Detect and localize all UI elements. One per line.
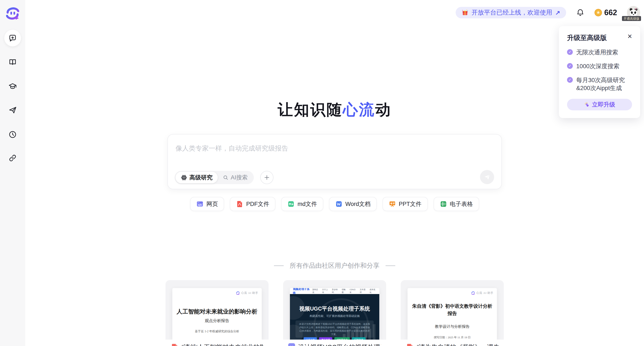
mode-ai-label: AI搜索 [231, 174, 248, 181]
chip-label: PDF文件 [246, 200, 269, 208]
banner-text: 开放平台已经上线，欢迎使用 [472, 8, 552, 17]
sidebar-item-library[interactable] [4, 54, 21, 70]
card-caption: “请就‘人工智能对未来就业的影响’讨... [182, 343, 264, 346]
chip-label: Word文档 [345, 200, 370, 208]
new-chat-icon [8, 34, 17, 42]
chip-markdown[interactable]: md文件 [281, 197, 323, 211]
nav-link: 缩略图 [342, 288, 348, 294]
preview-brand-label: 心流 AI 助手 [476, 291, 494, 295]
avatar-upgrade-badge[interactable]: 开通高级版 [622, 16, 641, 21]
chip-ppt[interactable]: PPT文件 [382, 197, 428, 211]
benefit-text: 1000次深度搜索 [576, 62, 620, 70]
hero-subtitle: 构建高性能、可扩展的视频处理基础设施 [290, 314, 379, 318]
sidebar-item-history[interactable] [4, 126, 21, 143]
search-card: 高级研究 AI搜索 [168, 134, 502, 189]
send-plane-icon [484, 174, 490, 180]
card-caption: 设计视频UGC平台的视频处理子系... [298, 343, 381, 346]
check-icon: ✓ [567, 49, 573, 55]
doc-date: 撰写日期：2025 年 11 月 19 日 [408, 336, 497, 339]
send-button[interactable] [480, 170, 494, 184]
mode-advanced-label: 高级研究 [190, 174, 212, 181]
upgrade-cta-label: 立即升级 [592, 101, 615, 108]
divider-line [274, 266, 284, 266]
sidebar [0, 0, 25, 346]
chip-label: PPT文件 [399, 200, 422, 208]
add-attachment-button[interactable] [260, 171, 274, 184]
gallery-card-beiying-teaching[interactable]: 心流 AI 助手 朱自清《背影》初中语文教学设计分析报告 教学设计与分析报告 撰… [401, 280, 504, 346]
chip-word[interactable]: Word文档 [329, 197, 377, 211]
search-input[interactable] [168, 134, 502, 166]
preview-brand-label: 心流 AI 助手 [241, 291, 258, 295]
check-icon: ✓ [567, 63, 573, 69]
preview-nav-links: 架构总览 分片上传 异步转码 缩略图 CDN分发 文件清理 成本优化 [312, 288, 377, 294]
title-part-highlight: 心流 [343, 101, 375, 118]
divider-text: 所有作品由社区用户创作和分享 [290, 261, 380, 270]
nav-link: CDN分发 [350, 288, 358, 294]
card-caption-strip: “请为朱自清的《背影》一课生成... [401, 340, 504, 346]
mode-ai-search[interactable]: AI搜索 [218, 172, 253, 183]
xinliu-mini-logo-icon [236, 291, 240, 295]
nav-link: 分片上传 [322, 288, 330, 294]
hero-button: 异步处理 [319, 337, 332, 340]
gift-icon [462, 9, 468, 16]
mode-segmented-control: 高级研究 AI搜索 [175, 171, 254, 184]
benefit-item: ✓ 1000次深度搜索 [567, 62, 632, 70]
sidebar-item-learning[interactable] [4, 78, 21, 94]
chip-spreadsheet[interactable]: 电子表格 [434, 197, 479, 211]
chip-webpage[interactable]: 网页 [190, 197, 224, 211]
community-divider: 所有作品由社区用户创作和分享 [25, 261, 644, 270]
preview-navbar: 视频处理子系统 架构总览 分片上传 异步转码 缩略图 CDN分发 文件清理 成本… [290, 288, 379, 294]
card-caption-strip: “请就‘人工智能对未来就业的影响’讨... [166, 340, 268, 346]
sidebar-item-new-chat[interactable] [4, 30, 21, 46]
app-logo[interactable] [6, 6, 20, 20]
community-gallery: 心流 AI 助手 人工智能对未来就业的影响分析 观点分析报告 基于近 1-2 年… [25, 280, 644, 346]
chip-label: md文件 [298, 200, 317, 208]
pdf-file-icon [170, 343, 179, 346]
benefit-item: ✓ 每月30次高级研究 &200次Aippt生成 [567, 76, 632, 92]
notification-bell-icon[interactable] [576, 8, 584, 17]
spreadsheet-icon [440, 200, 447, 208]
chip-label: 网页 [206, 200, 218, 208]
close-icon[interactable]: × [628, 33, 632, 39]
title-part-post: 动 [375, 101, 392, 118]
upgrade-now-button[interactable]: 立即升级 [567, 99, 632, 110]
app-root: { "topbar": { "banner_text": "开放平台已经上线，欢… [0, 0, 644, 346]
chip-pdf[interactable]: PDF文件 [230, 197, 276, 211]
open-platform-banner[interactable]: 开放平台已经上线，欢迎使用 ↗ [456, 7, 566, 18]
gallery-card-video-ugc[interactable]: 视频处理子系统 架构总览 分片上传 异步转码 缩略图 CDN分发 文件清理 成本… [283, 280, 386, 346]
pdf-file-icon [406, 343, 414, 346]
sidebar-item-links[interactable] [4, 150, 21, 166]
coin-count: 662 [604, 8, 617, 17]
mode-advanced-research[interactable]: 高级研究 [176, 172, 218, 183]
hero-button: CDN加速 [352, 337, 366, 340]
nav-link: 架构总览 [312, 288, 320, 294]
doc-note: 基于近 1-2 年权威研究的综合分析 [172, 330, 262, 334]
sidebar-item-share[interactable] [4, 102, 21, 118]
webpage-preview: 视频处理子系统 架构总览 分片上传 异步转码 缩略图 CDN分发 文件清理 成本… [290, 288, 379, 340]
doc-subtitle: 教学设计与分析报告 [408, 324, 497, 329]
preview-brand: 心流 AI 助手 [471, 291, 494, 295]
hero-button: 缩略图生成 [334, 337, 350, 340]
search-icon [223, 175, 228, 180]
preview-hero: 视频UGC平台视频处理子系统 构建高性能、可扩展的视频处理基础设施 本设计文档详… [290, 294, 379, 340]
ppt-file-icon [389, 200, 396, 208]
upgrade-panel: 升级至高级版 × ✓ 无限次通用搜索 ✓ 1000次深度搜索 ✓ 每月30次高级… [559, 26, 640, 118]
card-caption: “请为朱自清的《背影》一课生成... [417, 343, 498, 346]
clock-icon [8, 130, 17, 139]
banner-arrow-icon: ↗ [555, 9, 560, 16]
title-part-pre: 让知识随 [278, 101, 343, 118]
gallery-card-ai-employment[interactable]: 心流 AI 助手 人工智能对未来就业的影响分析 观点分析报告 基于近 1-2 年… [166, 280, 268, 346]
coin-balance[interactable]: 662 [594, 8, 617, 17]
pdf-file-icon [236, 200, 243, 208]
firecracker-icon [584, 102, 590, 108]
markdown-file-icon: M [288, 343, 295, 346]
book-icon [8, 58, 17, 66]
xinliu-mini-logo-icon [471, 291, 475, 295]
nav-link: 文件清理 [360, 288, 367, 294]
user-avatar[interactable]: 开通高级版 [627, 6, 640, 19]
webpage-icon [196, 200, 204, 208]
hero-buttons: 分片上传 异步处理 缩略图生成 CDN加速 [290, 337, 379, 340]
file-type-chips: 网页 PDF文件 md文件 Word文档 PPT文件 [25, 197, 644, 211]
document-preview: 心流 AI 助手 朱自清《背影》初中语文教学设计分析报告 教学设计与分析报告 撰… [408, 288, 497, 340]
search-section: 高级研究 AI搜索 [25, 134, 644, 189]
